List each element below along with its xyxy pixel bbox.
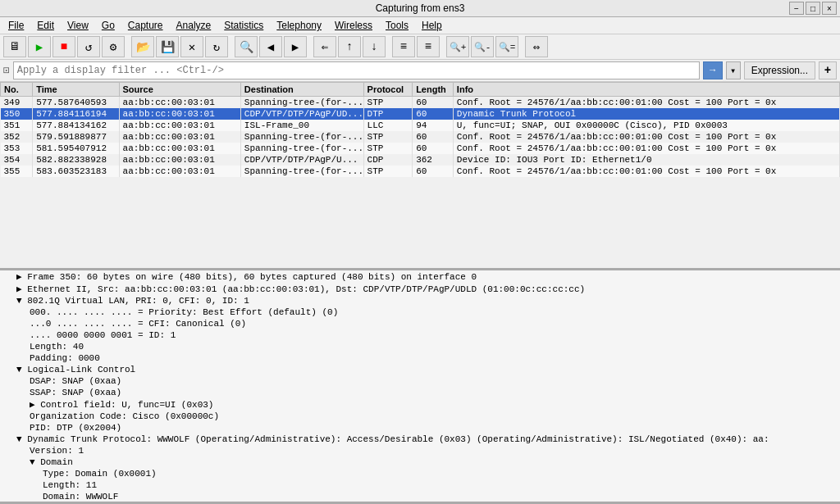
filterbar: ⊡ → ▾ Expression... + bbox=[0, 60, 840, 82]
cell-src: aa:bb:cc:00:03:01 bbox=[119, 154, 240, 166]
tree-node[interactable]: Length: 40 bbox=[0, 341, 840, 352]
tree-node[interactable]: .... 0000 0000 0001 = ID: 1 bbox=[0, 329, 840, 341]
save-button[interactable]: 💾 bbox=[156, 36, 179, 57]
tree-node[interactable]: Length: 11 bbox=[0, 479, 840, 491]
cell-info: Device ID: IOU3 Port ID: Ethernet1/0 bbox=[453, 154, 839, 166]
cell-dst: ISL-Frame_00 bbox=[240, 120, 363, 131]
auto-scroll-button[interactable]: ≡ bbox=[417, 36, 440, 57]
tree-node[interactable]: Domain: WWWOLF bbox=[0, 491, 840, 502]
close-window-button[interactable]: × bbox=[822, 2, 837, 15]
close-capture-button[interactable]: ✕ bbox=[180, 36, 203, 57]
col-header-source[interactable]: Source bbox=[119, 83, 240, 97]
next-button[interactable]: ▶ bbox=[284, 36, 307, 57]
table-row[interactable]: 349577.587640593aa:bb:cc:00:03:01Spannin… bbox=[1, 97, 840, 109]
col-header-info[interactable]: Info bbox=[453, 83, 839, 97]
cell-len: 60 bbox=[413, 166, 454, 177]
zoom-out-button[interactable]: 🔍- bbox=[471, 36, 494, 57]
packet-list-panel: No. Time Source Destination Protocol Len… bbox=[0, 82, 840, 270]
add-filter-button[interactable]: + bbox=[819, 61, 837, 79]
tree-node[interactable]: PID: DTP (0x2004) bbox=[0, 422, 840, 434]
restart-button[interactable]: ↺ bbox=[77, 36, 100, 57]
cell-proto: STP bbox=[363, 166, 413, 177]
cell-time: 582.882338928 bbox=[33, 154, 119, 166]
start-capture-button[interactable]: ▶ bbox=[28, 36, 51, 57]
tree-node[interactable]: ▶ Frame 350: 60 bytes on wire (480 bits)… bbox=[0, 270, 840, 283]
menu-item-help[interactable]: Help bbox=[415, 18, 449, 33]
cell-proto: STP bbox=[363, 143, 413, 154]
open-button[interactable]: 📂 bbox=[131, 36, 154, 57]
menu-item-telephony[interactable]: Telephony bbox=[270, 18, 328, 33]
packet-rows: 349577.587640593aa:bb:cc:00:03:01Spannin… bbox=[1, 97, 840, 178]
filter-icon: ⊡ bbox=[3, 64, 10, 77]
table-row[interactable]: 350577.884116194aa:bb:cc:00:03:01CDP/VTP… bbox=[1, 108, 840, 120]
cell-info: U, func=UI; SNAP, OUI 0x00000C (Cisco), … bbox=[453, 120, 839, 131]
filter-input[interactable] bbox=[13, 61, 700, 79]
maximize-button[interactable]: □ bbox=[806, 2, 820, 15]
table-row[interactable]: 352579.591889877aa:bb:cc:00:03:01Spannin… bbox=[1, 131, 840, 143]
menu-item-go[interactable]: Go bbox=[95, 18, 121, 33]
table-row[interactable]: 354582.882338928aa:bb:cc:00:03:01CDP/VTP… bbox=[1, 154, 840, 166]
tree-node[interactable]: Type: Domain (0x0001) bbox=[0, 468, 840, 479]
cell-len: 60 bbox=[413, 97, 454, 109]
table-row[interactable]: 355583.603523183aa:bb:cc:00:03:01Spannin… bbox=[1, 166, 840, 177]
table-row[interactable]: 353581.595407912aa:bb:cc:00:03:01Spannin… bbox=[1, 143, 840, 154]
cell-time: 577.884116194 bbox=[33, 108, 119, 120]
tree-node[interactable]: DSAP: SNAP (0xaa) bbox=[0, 375, 840, 387]
tree-node[interactable]: ▼ Dynamic Trunk Protocol: WWWOLF (Operat… bbox=[0, 434, 840, 445]
filter-dropdown-button[interactable]: ▾ bbox=[726, 61, 741, 79]
cell-time: 577.587640593 bbox=[33, 97, 119, 109]
colorize-button[interactable]: ≡ bbox=[392, 36, 415, 57]
tree-node[interactable]: ▶ Ethernet II, Src: aa:bb:cc:00:03:01 (a… bbox=[0, 283, 840, 295]
find-button[interactable]: 🔍 bbox=[235, 36, 258, 57]
go-first-button[interactable]: ⇐ bbox=[313, 36, 336, 57]
cell-proto: DTP bbox=[363, 108, 413, 120]
cell-src: aa:bb:cc:00:03:01 bbox=[119, 97, 240, 109]
minimize-button[interactable]: − bbox=[789, 2, 804, 15]
col-header-destination[interactable]: Destination bbox=[240, 83, 363, 97]
menu-item-capture[interactable]: Capture bbox=[121, 18, 170, 33]
menu-item-file[interactable]: File bbox=[2, 18, 30, 33]
col-header-no[interactable]: No. bbox=[1, 83, 33, 97]
col-header-protocol[interactable]: Protocol bbox=[363, 83, 413, 97]
options-button[interactable]: ⚙ bbox=[102, 36, 125, 57]
scroll-live-button[interactable]: ↑ bbox=[338, 36, 361, 57]
tree-node[interactable]: ▶ Control field: U, func=UI (0x03) bbox=[0, 398, 840, 411]
cell-dst: CDP/VTP/DTP/PAgP/UD... bbox=[240, 108, 363, 120]
apply-filter-button[interactable]: → bbox=[703, 61, 723, 79]
menu-item-analyze[interactable]: Analyze bbox=[170, 18, 218, 33]
col-header-length[interactable]: Length bbox=[413, 83, 454, 97]
tree-node[interactable]: Organization Code: Cisco (0x00000c) bbox=[0, 411, 840, 422]
tree-node[interactable]: ...0 .... .... .... = CFI: Canonical (0) bbox=[0, 318, 840, 329]
cell-no: 354 bbox=[1, 154, 33, 166]
prev-button[interactable]: ◀ bbox=[259, 36, 282, 57]
col-header-time[interactable]: Time bbox=[33, 83, 119, 97]
expression-button[interactable]: Expression... bbox=[744, 61, 815, 79]
tree-node[interactable]: 000. .... .... .... = Priority: Best Eff… bbox=[0, 306, 840, 318]
cell-proto: LLC bbox=[363, 120, 413, 131]
tree-node[interactable]: ▼ Logical-Link Control bbox=[0, 364, 840, 375]
toolbar: 🖥 ▶ ■ ↺ ⚙ 📂 💾 ✕ ↻ 🔍 ◀ ▶ ⇐ ↑ ↓ ≡ ≡ 🔍+ 🔍- … bbox=[0, 34, 840, 60]
tree-node[interactable]: Version: 1 bbox=[0, 445, 840, 456]
zoom-in-button[interactable]: 🔍+ bbox=[446, 36, 469, 57]
cell-dst: Spanning-tree-(for-... bbox=[240, 166, 363, 177]
menu-item-edit[interactable]: Edit bbox=[30, 18, 61, 33]
stop-capture-button[interactable]: ■ bbox=[52, 36, 75, 57]
resize-columns-button[interactable]: ⇔ bbox=[525, 36, 548, 57]
tree-node[interactable]: Padding: 0000 bbox=[0, 352, 840, 364]
cell-proto: STP bbox=[363, 97, 413, 109]
reload-button[interactable]: ↻ bbox=[205, 36, 228, 57]
tree-node[interactable]: SSAP: SNAP (0xaa) bbox=[0, 387, 840, 398]
tree-node[interactable]: ▼ Domain bbox=[0, 456, 840, 468]
cell-no: 351 bbox=[1, 120, 33, 131]
cell-time: 581.595407912 bbox=[33, 143, 119, 154]
zoom-normal-button[interactable]: 🔍= bbox=[495, 36, 518, 57]
menu-item-view[interactable]: View bbox=[61, 18, 95, 33]
menu-item-statistics[interactable]: Statistics bbox=[217, 18, 270, 33]
menu-item-wireless[interactable]: Wireless bbox=[328, 18, 379, 33]
window-title: Capturing from ens3 bbox=[376, 2, 465, 14]
interfaces-button[interactable]: 🖥 bbox=[3, 36, 26, 57]
tree-node[interactable]: ▼ 802.1Q Virtual LAN, PRI: 0, CFI: 0, ID… bbox=[0, 295, 840, 306]
menu-item-tools[interactable]: Tools bbox=[379, 18, 415, 33]
go-last-button[interactable]: ↓ bbox=[363, 36, 386, 57]
table-row[interactable]: 351577.884134162aa:bb:cc:00:03:01ISL-Fra… bbox=[1, 120, 840, 131]
